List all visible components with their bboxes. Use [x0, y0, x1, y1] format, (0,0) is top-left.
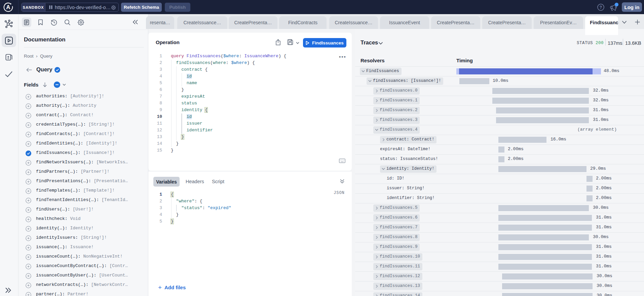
svg-text:?: ? [600, 5, 602, 10]
svg-text:A: A [6, 4, 10, 10]
